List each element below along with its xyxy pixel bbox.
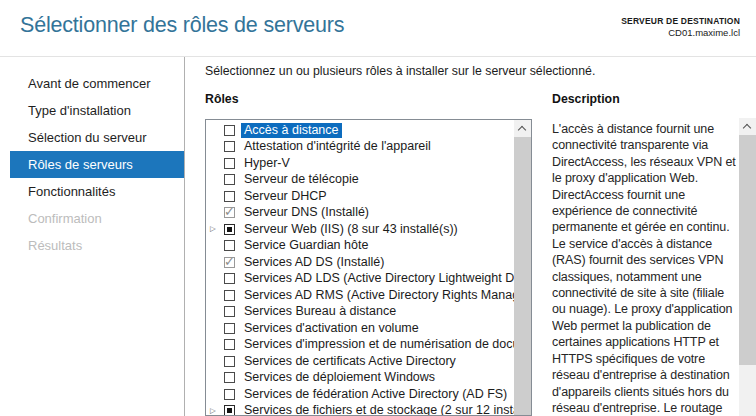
role-label[interactable]: Service Guardian hôte <box>241 238 371 253</box>
role-row[interactable]: Serveur Web (IIS) (8 sur 43 installé(s)) <box>206 221 514 238</box>
sidebar-item-0[interactable]: Avant de commencer <box>0 70 184 97</box>
role-row[interactable]: Services AD LDS (Active Directory Lightw… <box>206 271 514 288</box>
role-label[interactable]: Services d'activation en volume <box>241 321 422 336</box>
sidebar-item-4[interactable]: Fonctionnalités <box>0 178 184 205</box>
role-row[interactable]: Serveur DHCP <box>206 188 514 205</box>
role-checkbox-unchecked[interactable] <box>224 240 235 251</box>
role-row[interactable]: Attestation d'intégrité de l'appareil <box>206 139 514 156</box>
role-row[interactable]: Serveur DNS (Installé) <box>206 205 514 222</box>
sidebar-item-1[interactable]: Type d'installation <box>0 97 184 124</box>
role-checkbox-unchecked[interactable] <box>224 323 235 334</box>
page-title: Sélectionner des rôles de serveurs <box>20 13 344 38</box>
role-row[interactable]: Service Guardian hôte <box>206 238 514 255</box>
role-label[interactable]: Services AD RMS (Active Directory Rights… <box>241 288 514 303</box>
role-row[interactable]: Hyper-V <box>206 155 514 172</box>
role-row[interactable]: Accès à distance <box>206 122 514 139</box>
roles-column-header: Rôles <box>205 92 239 106</box>
description-column-header: Description <box>552 92 620 106</box>
roles-scroll-up-button[interactable] <box>514 120 531 137</box>
destination-server-info: SERVEUR DE DESTINATION CD01.maxime.lcl <box>621 16 740 39</box>
role-label[interactable]: Services AD DS (Installé) <box>241 255 387 270</box>
role-row[interactable]: Services d'impression et de numérisation… <box>206 337 514 354</box>
roles-scrollbar[interactable] <box>514 120 531 415</box>
role-checkbox-partial[interactable] <box>224 405 235 415</box>
roles-listbox: Accès à distanceAttestation d'intégrité … <box>205 119 532 416</box>
role-label[interactable]: Services Bureau à distance <box>241 304 399 319</box>
role-description-text: L'accès à distance fournit une connectiv… <box>552 121 736 416</box>
role-row[interactable]: Services Bureau à distance <box>206 304 514 321</box>
role-checkbox-unchecked[interactable] <box>224 290 235 301</box>
chevron-up-icon <box>518 126 526 134</box>
roles-list: Accès à distanceAttestation d'intégrité … <box>206 122 514 415</box>
role-label[interactable]: Serveur DHCP <box>241 189 330 204</box>
sidebar-item-2[interactable]: Sélection du serveur <box>0 124 184 151</box>
instruction-text: Sélectionnez un ou plusieurs rôles à ins… <box>205 64 595 78</box>
role-checkbox-unchecked[interactable] <box>224 125 235 136</box>
role-row[interactable]: Serveur de télécopie <box>206 172 514 189</box>
role-label[interactable]: Services d'impression et de numérisation… <box>241 337 514 352</box>
add-roles-wizard-window: Sélectionner des rôles de serveurs SERVE… <box>0 0 756 416</box>
role-checkbox-unchecked[interactable] <box>224 141 235 152</box>
role-row[interactable]: Services de fédération Active Directory … <box>206 386 514 403</box>
roles-scrollbar-thumb[interactable] <box>514 137 531 415</box>
wizard-steps-nav: Avant de commencerType d'installationSél… <box>0 57 184 416</box>
role-checkbox-installed[interactable] <box>224 257 235 268</box>
role-checkbox-unchecked[interactable] <box>224 191 235 202</box>
role-checkbox-unchecked[interactable] <box>224 273 235 284</box>
role-checkbox-unchecked[interactable] <box>224 372 235 383</box>
sidebar-item-3[interactable]: Rôles de serveurs <box>10 151 184 178</box>
role-checkbox-unchecked[interactable] <box>224 158 235 169</box>
role-checkbox-installed[interactable] <box>224 207 235 218</box>
role-checkbox-partial[interactable] <box>224 224 235 235</box>
role-row[interactable]: Services d'activation en volume <box>206 320 514 337</box>
expander-icon[interactable] <box>210 221 224 238</box>
role-row[interactable]: Services de fichiers et de stockage (2 s… <box>206 403 514 416</box>
description-scrollbar[interactable] <box>739 118 756 416</box>
role-checkbox-unchecked[interactable] <box>224 339 235 350</box>
destination-server-label: SERVEUR DE DESTINATION <box>621 16 740 27</box>
role-label[interactable]: Services AD LDS (Active Directory Lightw… <box>241 271 514 286</box>
role-row[interactable]: Services AD RMS (Active Directory Rights… <box>206 287 514 304</box>
role-label[interactable]: Services de fichiers et de stockage (2 s… <box>241 403 514 415</box>
role-row[interactable]: Services de certificats Active Directory <box>206 353 514 370</box>
role-label[interactable]: Services de déploiement Windows <box>241 370 438 385</box>
chevron-up-icon <box>743 124 751 132</box>
description-scroll-up-button[interactable] <box>739 118 756 135</box>
role-label[interactable]: Serveur Web (IIS) (8 sur 43 installé(s)) <box>241 222 461 237</box>
role-label[interactable]: Hyper-V <box>241 156 293 171</box>
role-checkbox-unchecked[interactable] <box>224 306 235 317</box>
role-label[interactable]: Accès à distance <box>241 123 342 138</box>
sidebar-divider <box>184 57 185 416</box>
role-label[interactable]: Services de certificats Active Directory <box>241 354 459 369</box>
role-label[interactable]: Serveur de télécopie <box>241 172 362 187</box>
expander-icon[interactable] <box>210 403 224 416</box>
role-label[interactable]: Serveur DNS (Installé) <box>241 205 372 220</box>
destination-server-name: CD01.maxime.lcl <box>621 27 740 39</box>
role-row[interactable]: Services de déploiement Windows <box>206 370 514 387</box>
sidebar-item-6: Résultats <box>0 232 184 259</box>
role-label[interactable]: Attestation d'intégrité de l'appareil <box>241 139 434 154</box>
role-checkbox-unchecked[interactable] <box>224 356 235 367</box>
sidebar-item-5: Confirmation <box>0 205 184 232</box>
description-scrollbar-thumb[interactable] <box>739 135 756 365</box>
role-checkbox-unchecked[interactable] <box>224 389 235 400</box>
wizard-header: Sélectionner des rôles de serveurs SERVE… <box>0 0 756 57</box>
role-row[interactable]: Services AD DS (Installé) <box>206 254 514 271</box>
role-label[interactable]: Services de fédération Active Directory … <box>241 387 510 402</box>
role-checkbox-unchecked[interactable] <box>224 174 235 185</box>
